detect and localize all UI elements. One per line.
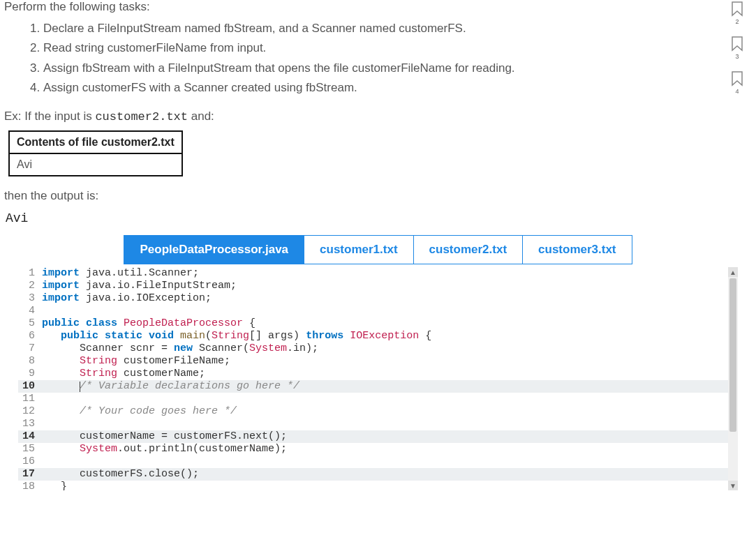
code-line[interactable]: 1import java.util.Scanner; xyxy=(18,267,738,280)
bookmark-icon[interactable] xyxy=(731,1,743,17)
code-content[interactable]: import java.io.IOException; xyxy=(42,292,738,305)
file-contents-value: Avi xyxy=(9,153,182,176)
code-line[interactable]: 11 xyxy=(18,393,738,405)
example-prefix: Ex: If the input is xyxy=(4,110,95,123)
line-number: 14 xyxy=(18,430,42,443)
main-content: Perform the following tasks: Declare a F… xyxy=(0,0,756,490)
line-number: 18 xyxy=(18,481,42,490)
bookmark-label: 2 xyxy=(735,18,739,25)
file-contents-table: Contents of file customer2.txt Avi xyxy=(8,130,183,176)
code-line[interactable]: 17 customerFS.close(); xyxy=(18,468,738,481)
code-content[interactable]: } xyxy=(42,481,738,490)
file-tab[interactable]: customer3.txt xyxy=(523,235,632,264)
scroll-track[interactable] xyxy=(728,277,738,481)
code-content[interactable]: /* Variable declarations go here */ xyxy=(42,380,738,393)
code-line[interactable]: 8 String customerFileName; xyxy=(18,355,738,368)
code-content[interactable]: String customerFileName; xyxy=(42,355,738,368)
code-line[interactable]: 2import java.io.FileInputStream; xyxy=(18,280,738,292)
code-line[interactable]: 3import java.io.IOException; xyxy=(18,292,738,305)
code-line[interactable]: 16 xyxy=(18,455,738,468)
bookmark-icon[interactable] xyxy=(731,36,743,52)
code-content[interactable]: import java.io.FileInputStream; xyxy=(42,280,738,292)
bookmark-item[interactable]: 4 xyxy=(731,71,743,95)
task-item: Assign fbStream with a FileInputStream t… xyxy=(43,59,752,77)
line-number: 7 xyxy=(18,342,42,355)
line-number: 16 xyxy=(18,455,42,468)
line-number: 2 xyxy=(18,280,42,292)
code-line[interactable]: 12 /* Your code goes here */ xyxy=(18,405,738,418)
line-number: 13 xyxy=(18,418,42,430)
file-contents-header: Contents of file customer2.txt xyxy=(9,131,182,153)
bookmark-label: 4 xyxy=(735,88,739,95)
code-line[interactable]: 14 customerName = customerFS.next(); xyxy=(18,430,738,443)
example-line: Ex: If the input is customer2.txt and: xyxy=(4,110,752,123)
code-content[interactable]: customerFS.close(); xyxy=(42,468,738,481)
line-number: 12 xyxy=(18,405,42,418)
file-tab[interactable]: customer1.txt xyxy=(304,235,413,264)
line-number: 11 xyxy=(18,393,42,405)
line-number: 4 xyxy=(18,305,42,317)
code-content[interactable] xyxy=(42,393,738,405)
code-content[interactable]: public static void main(String[] args) t… xyxy=(42,330,738,342)
bookmark-icon[interactable] xyxy=(731,71,743,86)
file-tabs: PeopleDataProcessor.javacustomer1.txtcus… xyxy=(4,235,752,264)
line-number: 9 xyxy=(18,368,42,380)
task-item: Read string customerFileName from input. xyxy=(43,39,752,57)
code-line[interactable]: 13 xyxy=(18,418,738,430)
code-content[interactable]: /* Your code goes here */ xyxy=(42,405,738,418)
line-number: 10 xyxy=(18,380,42,393)
code-line[interactable]: 18 } xyxy=(18,481,738,490)
code-line[interactable]: 4 xyxy=(18,305,738,317)
line-number: 8 xyxy=(18,355,42,368)
code-content[interactable] xyxy=(42,418,738,430)
code-line[interactable]: 9 String customerName; xyxy=(18,368,738,380)
code-editor[interactable]: 1import java.util.Scanner;2import java.i… xyxy=(18,267,738,490)
task-list: Declare a FileInputStream named fbStream… xyxy=(4,20,752,97)
task-item: Declare a FileInputStream named fbStream… xyxy=(43,20,752,38)
code-line[interactable]: 10 /* Variable declarations go here */ xyxy=(18,380,738,393)
code-content[interactable]: String customerName; xyxy=(42,368,738,380)
bookmark-item[interactable]: 2 xyxy=(731,1,743,25)
line-number: 17 xyxy=(18,468,42,481)
code-content[interactable]: import java.util.Scanner; xyxy=(42,267,738,280)
code-line[interactable]: 5public class PeopleDataProcessor { xyxy=(18,317,738,330)
bookmark-item[interactable]: 3 xyxy=(731,36,743,60)
task-item: Assign customerFS with a Scanner created… xyxy=(43,79,752,97)
code-line[interactable]: 15 System.out.println(customerName); xyxy=(18,443,738,455)
code-content[interactable]: public class PeopleDataProcessor { xyxy=(42,317,738,330)
code-content[interactable] xyxy=(42,305,738,317)
code-content[interactable] xyxy=(42,455,738,468)
then-output-label: then the output is: xyxy=(4,189,752,203)
intro-text: Perform the following tasks: xyxy=(4,0,752,14)
scroll-down-icon[interactable]: ▼ xyxy=(728,481,738,490)
line-number: 6 xyxy=(18,330,42,342)
file-tab[interactable]: PeopleDataProcessor.java xyxy=(124,235,304,264)
scroll-thumb[interactable] xyxy=(729,278,736,432)
bookmark-label: 3 xyxy=(735,53,739,60)
scroll-up-icon[interactable]: ▲ xyxy=(728,267,738,277)
code-line[interactable]: 7 Scanner scnr = new Scanner(System.in); xyxy=(18,342,738,355)
example-suffix: and: xyxy=(188,110,214,123)
line-number: 15 xyxy=(18,443,42,455)
bookmark-sidebar: 234 xyxy=(731,1,743,95)
line-number: 5 xyxy=(18,317,42,330)
editor-scrollbar[interactable]: ▲ ▼ xyxy=(728,267,738,490)
example-input-value: customer2.txt xyxy=(95,110,188,123)
output-value: Avi xyxy=(6,211,752,225)
code-line[interactable]: 6 public static void main(String[] args)… xyxy=(18,330,738,342)
code-content[interactable]: Scanner scnr = new Scanner(System.in); xyxy=(42,342,738,355)
code-content[interactable]: System.out.println(customerName); xyxy=(42,443,738,455)
file-tab[interactable]: customer2.txt xyxy=(414,235,523,264)
line-number: 1 xyxy=(18,267,42,280)
line-number: 3 xyxy=(18,292,42,305)
code-content[interactable]: customerName = customerFS.next(); xyxy=(42,430,738,443)
